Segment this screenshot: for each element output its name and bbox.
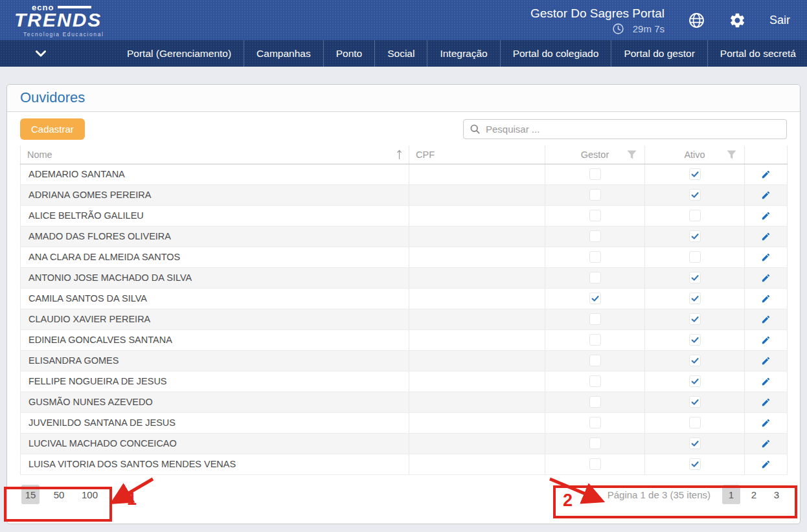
gestor-checkbox[interactable] [589,458,601,470]
page-size-selector: 1550100 [21,485,101,504]
ativo-checkbox[interactable] [689,251,701,263]
nav-tab-0[interactable]: Portal (Gerenciamento) [115,40,244,67]
edit-pencil-icon[interactable] [761,377,771,386]
cell-cpf [409,288,545,309]
ativo-checkbox[interactable] [689,334,701,346]
nav-tab-2[interactable]: Ponto [324,40,376,67]
page-number-button[interactable]: 2 [745,485,763,504]
edit-pencil-icon[interactable] [761,418,771,428]
brand-logo[interactable]: ecno TRENDS Tecnologia Educacional [14,3,104,38]
table-row: GUSMÃO NUNES AZEVEDO [21,392,788,412]
search-input[interactable] [486,124,780,135]
table-row: AMADO DAS FLORES OLIVEIRA [21,226,788,247]
page-size-button[interactable]: 50 [50,485,68,504]
page-number-button[interactable]: 1 [722,485,740,504]
nav-tab-5[interactable]: Portal do colegiado [501,40,612,67]
ativo-checkbox[interactable] [689,168,701,180]
cell-cpf [409,205,545,226]
edit-pencil-icon[interactable] [761,273,771,283]
ativo-checkbox[interactable] [689,313,701,325]
cell-cpf [409,371,545,392]
ativo-checkbox[interactable] [689,210,701,221]
ativo-checkbox[interactable] [689,396,701,408]
gestor-checkbox[interactable] [589,230,601,242]
cell-edit [745,267,788,288]
cadastrar-button[interactable]: Cadastrar [20,118,85,140]
page-size-button[interactable]: 100 [78,485,101,504]
gestor-checkbox[interactable] [589,210,601,221]
edit-pencil-icon[interactable] [761,252,771,262]
cell-cpf [409,164,545,184]
cell-gestor [545,164,645,184]
gestor-checkbox[interactable] [589,396,601,408]
edit-pencil-icon[interactable] [761,294,771,304]
nav-tab-6[interactable]: Portal do gestor [611,40,707,67]
sort-ascending-icon[interactable] [396,150,402,160]
ativo-checkbox[interactable] [689,458,701,470]
gestor-checkbox[interactable] [589,251,601,263]
edit-pencil-icon[interactable] [761,232,771,241]
ativo-checkbox[interactable] [689,375,701,387]
app-header: ecno TRENDS Tecnologia Educacional Gesto… [0,0,807,40]
column-header-gestor[interactable]: Gestor [545,146,645,164]
nav-tab-1[interactable]: Campanhas [244,40,324,67]
filter-funnel-icon[interactable] [727,150,736,159]
gestor-checkbox[interactable] [589,272,601,283]
edit-pencil-icon[interactable] [761,190,771,200]
portal-info: Gestor Do Sagres Portal 29m 7s [530,6,665,34]
page-number-button[interactable]: 3 [767,485,786,504]
cell-cpf [409,433,545,454]
gestor-checkbox[interactable] [589,375,601,387]
globe-icon[interactable] [688,12,705,29]
page-size-button[interactable]: 15 [21,485,40,504]
edit-pencil-icon[interactable] [761,397,771,407]
column-header-nome[interactable]: Nome [21,146,409,164]
nav-tab-7[interactable]: Portal do secretá [708,40,805,67]
gestor-checkbox[interactable] [589,438,601,449]
cell-ativo [645,164,745,184]
pager-info: Página 1 de 3 (35 itens) [608,489,710,500]
cell-ativo [645,454,745,474]
cell-nome: AMADO DAS FLORES OLIVEIRA [21,226,409,247]
column-header-ativo[interactable]: Ativo [645,146,745,164]
column-header-actions [745,146,788,164]
logo-bar [58,6,91,8]
settings-gear-icon[interactable] [729,12,746,29]
edit-pencil-icon[interactable] [761,335,771,345]
ativo-checkbox[interactable] [689,189,701,201]
logout-button[interactable]: Sair [769,14,790,27]
gestor-checkbox[interactable] [589,334,601,346]
table-row: ALICE BELTRÃO GALILEU [21,205,788,226]
filter-funnel-icon[interactable] [627,150,637,159]
ativo-checkbox[interactable] [689,355,701,366]
ativo-checkbox[interactable] [689,272,701,283]
edit-pencil-icon[interactable] [761,439,771,449]
table-row: ANA CLARA DE ALMEIDA SANTOS [21,247,788,267]
gestor-checkbox[interactable] [589,417,601,428]
gestor-checkbox[interactable] [589,168,601,180]
cell-ativo [645,184,745,205]
table-row: JUVENILDO SANTANA DE JESUS [21,412,788,433]
cell-edit [745,164,788,184]
nav-tab-3[interactable]: Social [375,40,427,67]
ativo-checkbox[interactable] [689,293,701,304]
column-header-cpf[interactable]: CPF [409,146,545,164]
search-box [463,119,787,139]
gestor-checkbox[interactable] [589,293,601,304]
ativo-checkbox[interactable] [689,438,701,449]
gestor-checkbox[interactable] [589,313,601,325]
toolbar: Cadastrar [7,112,800,146]
nav-collapse-chevron-icon[interactable] [36,40,46,67]
gestor-checkbox[interactable] [589,189,601,201]
edit-pencil-icon[interactable] [761,315,771,324]
ativo-checkbox[interactable] [689,230,701,242]
edit-pencil-icon[interactable] [761,211,771,221]
edit-pencil-icon[interactable] [761,460,771,469]
edit-pencil-icon[interactable] [761,356,771,366]
gestor-checkbox[interactable] [589,355,601,366]
nav-tab-4[interactable]: Integração [427,40,500,67]
edit-pencil-icon[interactable] [761,170,771,179]
cell-nome: GUSMÃO NUNES AZEVEDO [21,392,409,412]
cell-gestor [545,226,645,247]
ativo-checkbox[interactable] [689,417,701,428]
